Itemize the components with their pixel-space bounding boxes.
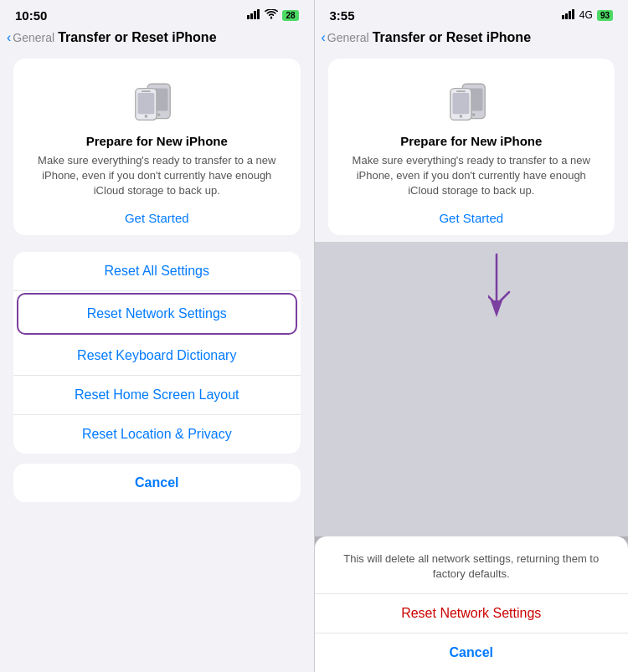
svg-marker-23 [491, 300, 502, 317]
chevron-left-icon-right: ‹ [322, 30, 326, 45]
svg-point-18 [472, 113, 476, 116]
reset-all-label: Reset All Settings [105, 264, 209, 279]
page-title-left: Transfer or Reset iPhone [58, 30, 216, 45]
reset-network-label: Reset Network Settings [87, 306, 227, 321]
svg-point-7 [157, 113, 161, 116]
network-type-right: 4G [579, 9, 593, 21]
svg-rect-1 [250, 13, 253, 19]
nav-bar-right: ‹ General Transfer or Reset iPhone [315, 27, 629, 52]
prepare-icon-left [126, 75, 187, 126]
wifi-icon-left [265, 9, 278, 22]
reset-list-left: Reset All Settings Reset Network Setting… [13, 252, 301, 454]
back-label-left: General [13, 31, 54, 44]
right-phone-panel: 3:55 4G 93 ‹ General Transfer or Reset i… [315, 0, 629, 672]
prepare-desc-left: Make sure everything's ready to transfer… [27, 153, 287, 199]
popup-message: This will delete all network settings, r… [315, 536, 629, 594]
left-phone-panel: 10:50 28 [0, 0, 314, 672]
svg-rect-11 [142, 90, 151, 92]
reset-location-label: Reset Location & Privacy [82, 427, 232, 442]
svg-point-4 [270, 17, 272, 18]
reset-home-label: Reset Home Screen Layout [75, 387, 239, 403]
svg-point-21 [459, 115, 462, 118]
svg-rect-2 [254, 11, 256, 19]
svg-rect-15 [572, 9, 574, 19]
get-started-button-right[interactable]: Get Started [439, 211, 503, 225]
signal-icon-left [247, 9, 260, 22]
status-icons-left: 28 [247, 9, 298, 22]
svg-rect-20 [452, 93, 469, 114]
svg-rect-22 [456, 90, 466, 92]
svg-rect-12 [562, 15, 564, 19]
prepare-icon-right [441, 75, 502, 126]
status-time-right: 3:55 [330, 8, 355, 23]
status-bar-left: 10:50 28 [0, 0, 314, 27]
prepare-title-left: Prepare for New iPhone [86, 134, 228, 148]
back-button-left[interactable]: ‹ General [7, 30, 54, 45]
signal-icon-right [562, 9, 575, 22]
cancel-card-left: Cancel [13, 464, 301, 502]
cancel-button-left[interactable]: Cancel [13, 464, 301, 502]
reset-home-screen-layout[interactable]: Reset Home Screen Layout [13, 376, 301, 415]
reset-keyboard-dictionary[interactable]: Reset Keyboard Dictionary [13, 336, 301, 376]
battery-badge-left: 28 [282, 10, 298, 21]
prepare-desc-right: Make sure everything's ready to transfer… [342, 153, 602, 199]
nav-bar-left: ‹ General Transfer or Reset iPhone [0, 27, 314, 52]
popup-action-label: Reset Network Settings [401, 606, 541, 620]
svg-rect-3 [257, 9, 260, 19]
status-time-left: 10:50 [15, 8, 47, 23]
back-button-right[interactable]: ‹ General [322, 30, 369, 45]
reset-location-privacy[interactable]: Reset Location & Privacy [13, 415, 301, 454]
prepare-title-right: Prepare for New iPhone [400, 134, 542, 148]
svg-rect-0 [247, 15, 250, 19]
popup-cancel-label: Cancel [450, 645, 493, 659]
arrow-indicator [488, 250, 538, 326]
svg-rect-9 [138, 93, 155, 114]
prepare-card-right: Prepare for New iPhone Make sure everyth… [328, 59, 615, 235]
reset-all-settings[interactable]: Reset All Settings [13, 252, 301, 291]
popup-cancel[interactable]: Cancel [315, 634, 629, 672]
status-bar-right: 3:55 4G 93 [315, 0, 629, 27]
popup-overlay: This will delete all network settings, r… [315, 536, 629, 672]
svg-rect-14 [569, 11, 571, 19]
svg-point-10 [145, 115, 148, 118]
reset-network-settings[interactable]: Reset Network Settings [17, 293, 297, 335]
svg-rect-13 [565, 13, 568, 19]
prepare-card-left: Prepare for New iPhone Make sure everyth… [13, 59, 301, 235]
get-started-button-left[interactable]: Get Started [125, 211, 189, 225]
reset-keyboard-label: Reset Keyboard Dictionary [77, 348, 236, 363]
back-label-right: General [327, 31, 369, 44]
status-icons-right: 4G 93 [562, 9, 613, 22]
popup-action[interactable]: Reset Network Settings [315, 594, 629, 634]
chevron-left-icon: ‹ [7, 30, 11, 45]
battery-badge-right: 93 [597, 10, 613, 21]
page-title-right: Transfer or Reset iPhone [373, 30, 531, 45]
popup-content: This will delete all network settings, r… [315, 536, 629, 672]
